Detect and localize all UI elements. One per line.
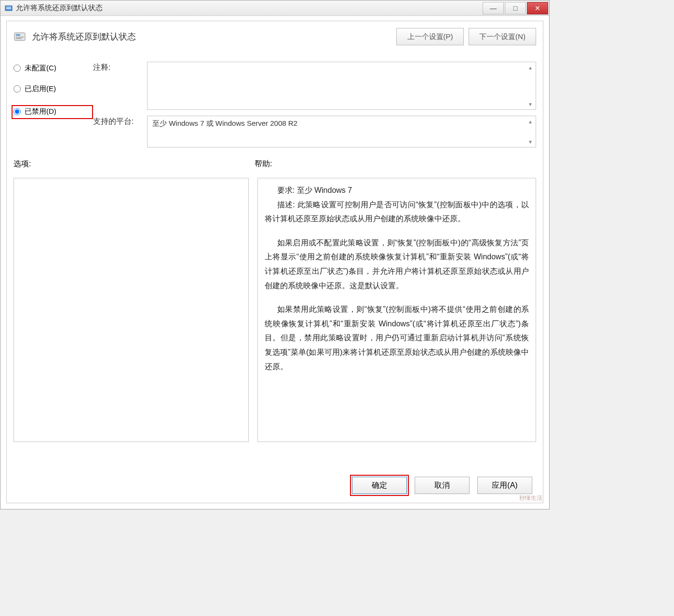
radio-enabled-input[interactable]: [13, 85, 21, 93]
scroll-up-icon[interactable]: ▲: [526, 117, 535, 126]
help-p1: 此策略设置可控制用户是否可访问“恢复”(控制面板中)中的选项，以将计算机还原至原…: [265, 201, 529, 223]
help-p2: 如果启用或不配置此策略设置，则“恢复”(控制面板中)的“高级恢复方法”页上将显示…: [265, 236, 529, 293]
scroll-down-icon[interactable]: ▼: [526, 137, 535, 146]
help-req-label: 要求:: [277, 186, 295, 194]
comment-label: 注释:: [93, 62, 141, 73]
supported-on-box: 至少 Windows 7 或 Windows Server 2008 R2 ▲ …: [147, 116, 536, 147]
options-pane: [13, 178, 249, 442]
options-label: 选项:: [13, 159, 255, 169]
help-pane: 要求: 至少 Windows 7 描述: 此策略设置可控制用户是否可访问“恢复”…: [257, 178, 536, 442]
help-block: 要求: 至少 Windows 7 描述: 此策略设置可控制用户是否可访问“恢复”…: [265, 183, 529, 226]
titlebar: 允许将系统还原到默认状态 — □ ✕: [0, 0, 549, 16]
comment-textarea[interactable]: ▲ ▼: [147, 62, 536, 110]
svg-rect-2: [6, 8, 11, 9]
state-radio-group: 未配置(C) 已启用(E) 已禁用(D): [13, 64, 93, 147]
radio-label: 已禁用(D): [25, 107, 56, 116]
policy-icon: [13, 30, 27, 43]
radio-disabled-input[interactable]: [13, 108, 21, 115]
dialog-panel: 允许将系统还原到默认状态 上一个设置(P) 下一个设置(N) 未配置(C) 已启…: [6, 21, 543, 503]
help-p3: 如果禁用此策略设置，则“恢复”(控制面板中)将不提供“使用之前创建的系统映像恢复…: [265, 302, 529, 374]
svg-rect-6: [16, 38, 22, 39]
radio-label: 已启用(E): [25, 84, 56, 94]
scroll-down-icon[interactable]: ▼: [526, 100, 535, 108]
maximize-button[interactable]: □: [505, 2, 526, 14]
help-desc-label: 描述:: [277, 201, 295, 209]
policy-editor-window: 允许将系统还原到默认状态 — □ ✕ 允许将系统还原到默认状态 上一个设置(P)…: [0, 0, 550, 509]
radio-not-configured-input[interactable]: [13, 65, 21, 72]
watermark: 秒懂生活: [519, 494, 542, 502]
cancel-button[interactable]: 取消: [415, 477, 470, 494]
radio-enabled[interactable]: 已启用(E): [13, 84, 93, 94]
app-icon: [4, 4, 13, 13]
svg-rect-1: [6, 7, 11, 8]
window-title: 允许将系统还原到默认状态: [16, 3, 103, 13]
radio-label: 未配置(C): [25, 64, 56, 73]
svg-rect-5: [16, 37, 24, 38]
help-label: 帮助:: [255, 159, 272, 169]
radio-not-configured[interactable]: 未配置(C): [13, 64, 93, 73]
ok-button[interactable]: 确定: [352, 477, 407, 494]
footer-buttons: 确定 取消 应用(A): [352, 477, 532, 494]
highlight-box: 已禁用(D): [12, 105, 93, 119]
scroll-up-icon[interactable]: ▲: [526, 63, 535, 72]
supported-on-value: 至少 Windows 7 或 Windows Server 2008 R2: [152, 119, 297, 127]
previous-setting-button[interactable]: 上一个设置(P): [396, 28, 464, 45]
help-req-value: 至少 Windows 7: [297, 186, 352, 194]
next-setting-button[interactable]: 下一个设置(N): [469, 28, 536, 45]
svg-rect-4: [16, 34, 20, 36]
policy-title: 允许将系统还原到默认状态: [32, 31, 396, 42]
supported-label: 支持的平台:: [93, 116, 141, 127]
apply-button[interactable]: 应用(A): [477, 477, 532, 494]
minimize-button[interactable]: —: [483, 2, 504, 14]
radio-disabled[interactable]: 已禁用(D): [13, 107, 90, 116]
close-button[interactable]: ✕: [527, 2, 548, 14]
